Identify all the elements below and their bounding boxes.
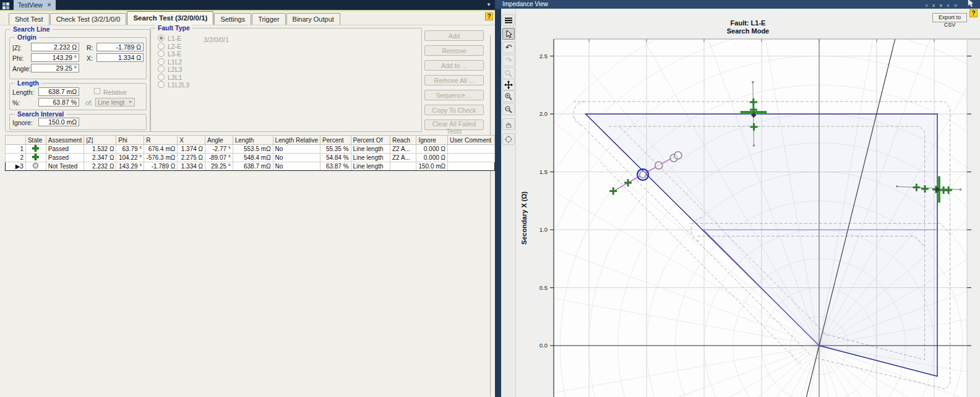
- cell: [448, 145, 495, 154]
- test-results-table[interactable]: StateAssessment|Z|PhiRXAngleLengthLength…: [5, 135, 495, 171]
- col-header[interactable]: [6, 136, 26, 145]
- cell: 150.0 mΩ: [416, 162, 448, 171]
- col-header[interactable]: X: [178, 136, 205, 145]
- radio-l3l1[interactable]: [158, 74, 165, 81]
- table-row[interactable]: ▶3Not Tested2.232 Ω143.29 °-1.789 Ω1.334…: [6, 162, 495, 171]
- help-button[interactable]: ?: [485, 12, 493, 20]
- remove-button[interactable]: Remove: [424, 45, 484, 56]
- col-header[interactable]: R: [144, 136, 178, 145]
- col-header[interactable]: Assessment: [46, 136, 84, 145]
- phi-field[interactable]: 143.29 °: [31, 53, 79, 62]
- z-label: |Z|:: [12, 44, 22, 51]
- pan-icon[interactable]: [502, 79, 515, 90]
- col-header[interactable]: Ignore: [416, 136, 448, 145]
- radio-l2-e[interactable]: [158, 43, 165, 50]
- export-csv-button[interactable]: Export to CSV: [932, 13, 967, 22]
- col-header[interactable]: |Z|: [84, 136, 116, 145]
- group-search-interval-label: Search Interval: [15, 110, 66, 118]
- chart-mode-label: Search Mode: [516, 27, 980, 35]
- undo-icon[interactable]: ↶: [502, 41, 515, 53]
- angle-field[interactable]: 29.25 °: [31, 64, 79, 72]
- col-header[interactable]: Length Relative: [273, 136, 320, 145]
- app-tab-bar: TestView ✕ ▼: [0, 0, 495, 10]
- ignore-field[interactable]: 150.0 mΩ: [38, 118, 79, 126]
- col-header[interactable]: User Comment: [448, 136, 495, 145]
- remove-all--button[interactable]: Remove All ...: [424, 75, 484, 85]
- chevron-down-icon: ▼: [128, 100, 132, 104]
- relative-checkbox[interactable]: [94, 88, 100, 94]
- cell: -576.3 mΩ: [144, 154, 178, 162]
- table-row[interactable]: 2Passed2.347 Ω104.22 °-576.3 mΩ2.275 Ω-8…: [6, 154, 495, 162]
- center-icon[interactable]: [502, 133, 515, 145]
- tab-check-test-3-2-1-0-0[interactable]: Check Test (3/2/1/0/0: [50, 13, 127, 25]
- zoom-region-icon[interactable]: [502, 68, 515, 79]
- hand-icon[interactable]: [502, 118, 515, 130]
- cell: 2.347 Ω: [84, 154, 116, 162]
- cell: ▶3: [6, 162, 26, 171]
- cell: 0.000 Ω: [416, 145, 448, 154]
- x-label: X:: [87, 55, 93, 62]
- radio-l1l2[interactable]: [158, 58, 165, 65]
- add-button[interactable]: Add: [424, 30, 484, 41]
- svg-text:1.0: 1.0: [539, 226, 548, 233]
- copy-to-check-button[interactable]: Copy To Check: [424, 105, 484, 115]
- group-search-interval: Search Interval Ignore: 150.0 mΩ: [9, 114, 147, 130]
- tab-shot-test[interactable]: Shot Test: [9, 13, 49, 25]
- col-header[interactable]: State: [25, 136, 46, 145]
- radio-l3-e[interactable]: [158, 50, 165, 57]
- tab-settings[interactable]: Settings: [214, 13, 251, 25]
- impedance-plot[interactable]: 0.00.51.01.52.02.5Secondary X (Ω): [516, 9, 980, 397]
- tab-search-test-3-2-0-0-1-[interactable]: Search Test (3/2/0/0/1): [127, 11, 213, 25]
- col-header[interactable]: Phi: [116, 136, 144, 145]
- percent-field[interactable]: 63.87 %: [38, 98, 79, 107]
- of-dropdown[interactable]: Line lengt▼: [95, 98, 135, 107]
- cell: Passed: [46, 154, 84, 162]
- svg-text:0.5: 0.5: [539, 284, 548, 291]
- relative-label: Relative: [103, 89, 127, 96]
- col-header[interactable]: Reach: [390, 136, 416, 145]
- app-tab-testview[interactable]: TestView ✕: [14, 0, 56, 10]
- length-field[interactable]: 638.7 mΩ: [38, 87, 79, 96]
- r-field[interactable]: -1.789 Ω: [97, 43, 144, 51]
- col-header[interactable]: Length: [233, 136, 273, 145]
- col-header[interactable]: Percent: [320, 136, 351, 145]
- radio-l1-e[interactable]: [158, 35, 165, 41]
- sequence--button[interactable]: Sequence ...: [424, 90, 484, 100]
- cell: 0.000 Ω: [416, 154, 448, 162]
- zoom-in-icon[interactable]: [502, 90, 515, 102]
- group-length-label: Length: [15, 79, 41, 87]
- clear-all-failed-tests-button[interactable]: Clear All Failed Tests: [424, 120, 484, 130]
- x-field[interactable]: 1.334 Ω: [97, 53, 144, 62]
- percent-label: %:: [12, 99, 20, 107]
- cell: 143.29 °: [116, 162, 144, 171]
- close-icon[interactable]: ✕: [47, 2, 52, 8]
- cell: 676.4 mΩ: [144, 145, 178, 154]
- group-search-line-label: Search Line: [11, 25, 53, 33]
- cell: 1.334 Ω: [178, 162, 205, 171]
- tab-binary-output[interactable]: Binary Output: [286, 13, 340, 25]
- z-field[interactable]: 2.232 Ω: [31, 43, 79, 51]
- add-to--button[interactable]: Add to ...: [424, 60, 484, 71]
- cell: -89.07 °: [205, 154, 233, 162]
- panel-edge: [490, 35, 491, 396]
- cell: No: [273, 162, 320, 171]
- radio-label-l1-e: L1-E: [168, 35, 181, 42]
- table-row[interactable]: 1Passed1.532 Ω63.79 °676.4 mΩ1.374 Ω-2.7…: [6, 145, 495, 154]
- tab-trigger[interactable]: Trigger: [252, 13, 285, 25]
- col-header[interactable]: Percent Of: [351, 136, 390, 145]
- radio-label-l2l3: L2L3: [168, 66, 182, 73]
- cell: 2.232 Ω: [84, 162, 116, 171]
- test-tab-strip: Shot TestCheck Test (3/2/1/0/0Search Tes…: [0, 11, 495, 25]
- radio-label-l1l2l3: L1L2L3: [168, 81, 189, 89]
- radio-l2l3[interactable]: [158, 66, 165, 72]
- cell: No: [273, 154, 320, 162]
- select-cursor-icon[interactable]: [502, 28, 515, 40]
- menu-icon[interactable]: [502, 14, 515, 26]
- redo-icon[interactable]: ↷: [502, 55, 515, 66]
- zoom-out-icon[interactable]: [502, 103, 515, 115]
- col-header[interactable]: Angle: [205, 136, 233, 145]
- radio-l1l2l3[interactable]: [158, 81, 165, 88]
- chart-help-button[interactable]: ?: [969, 9, 978, 17]
- chevron-down-icon[interactable]: ▼: [486, 2, 491, 7]
- passed-plus-icon: [32, 154, 39, 160]
